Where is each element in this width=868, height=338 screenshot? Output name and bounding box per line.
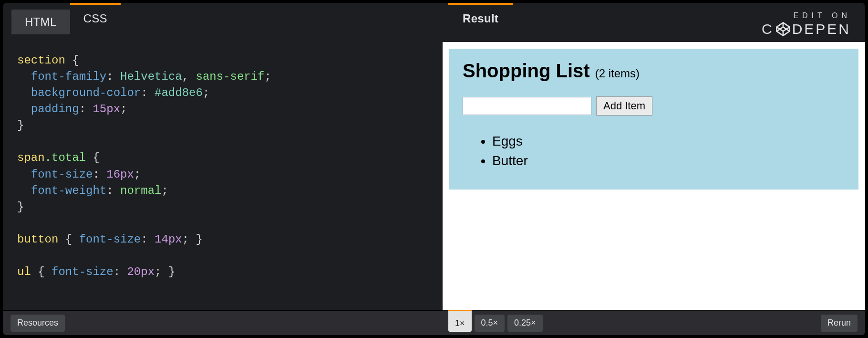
zoom-0.25[interactable]: 0.25×	[507, 315, 543, 332]
code-line[interactable]: }	[17, 117, 434, 134]
add-item-input[interactable]	[463, 97, 591, 115]
logo-text-post: DEPEN	[792, 21, 851, 37]
resources-button[interactable]: Resources	[10, 315, 65, 332]
shopping-list: EggsButter	[463, 132, 845, 170]
code-line[interactable]: font-size: 16px;	[17, 167, 434, 183]
preview-heading-text: Shopping List	[463, 60, 595, 81]
code-line[interactable]: font-family: Helvetica, sans-serif;	[17, 69, 434, 85]
preview-heading: Shopping List (2 items)	[463, 59, 845, 82]
code-line[interactable]: button { font-size: 14px; }	[17, 232, 434, 248]
list-item: Eggs	[492, 132, 845, 151]
zoom-0.5[interactable]: 0.5×	[475, 315, 505, 332]
code-line[interactable]: padding: 15px;	[17, 101, 434, 117]
code-line[interactable]: }	[17, 199, 434, 215]
preview-total: (2 items)	[595, 67, 640, 80]
code-line[interactable]	[17, 134, 434, 150]
code-line[interactable]	[17, 215, 434, 232]
zoom-1[interactable]: 1×	[448, 310, 472, 332]
preview-section: Shopping List (2 items) Add Item EggsBut…	[449, 49, 858, 190]
code-line[interactable]	[17, 248, 434, 264]
add-item-button[interactable]: Add Item	[596, 96, 652, 116]
code-line[interactable]: span.total {	[17, 150, 434, 166]
code-line[interactable]: background-color: #add8e6;	[17, 85, 434, 101]
rerun-button[interactable]: Rerun	[821, 315, 858, 332]
tab-result[interactable]: Result	[448, 3, 513, 32]
css-editor[interactable]: section { font-family: Helvetica, sans-s…	[3, 42, 443, 310]
tab-html[interactable]: HTML	[11, 10, 70, 34]
code-line[interactable]: ul { font-size: 20px; }	[17, 264, 434, 280]
codepen-branding[interactable]: EDIT ON C DEPEN	[762, 11, 851, 37]
codepen-logo-icon	[775, 21, 791, 37]
edit-on-label: EDIT ON	[762, 11, 851, 20]
code-line[interactable]: font-weight: normal;	[17, 183, 434, 199]
code-line[interactable]: section {	[17, 53, 434, 69]
result-pane: Shopping List (2 items) Add Item EggsBut…	[443, 42, 865, 310]
tab-css[interactable]: CSS	[70, 3, 121, 32]
logo-text-pre: C	[762, 21, 774, 37]
list-item: Butter	[492, 151, 845, 171]
